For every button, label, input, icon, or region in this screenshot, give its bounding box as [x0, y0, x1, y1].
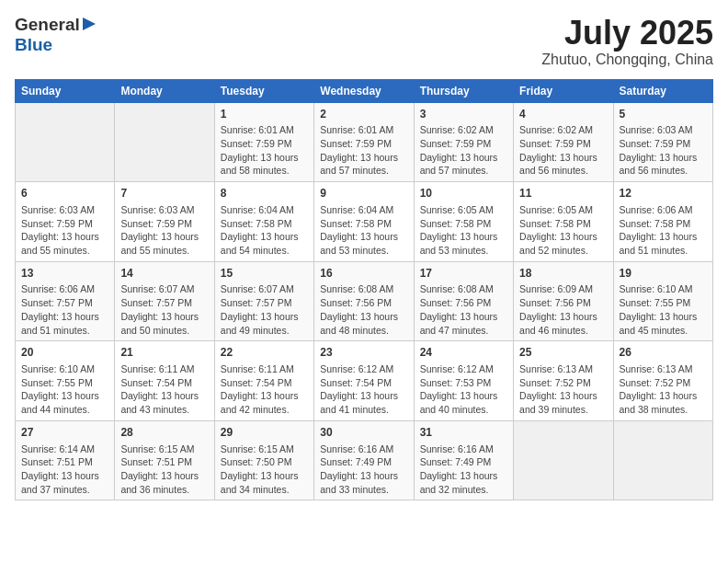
calendar-cell: 24Sunrise: 6:12 AM Sunset: 7:53 PM Dayli… — [414, 341, 513, 421]
month-title: July 2025 — [541, 15, 713, 52]
calendar-cell: 9Sunrise: 6:04 AM Sunset: 7:58 PM Daylig… — [314, 182, 414, 262]
calendar-cell: 19Sunrise: 6:10 AM Sunset: 7:55 PM Dayli… — [613, 261, 712, 341]
calendar-cell — [16, 102, 115, 182]
calendar-cell: 27Sunrise: 6:14 AM Sunset: 7:51 PM Dayli… — [16, 420, 115, 500]
day-info: Sunrise: 6:05 AM Sunset: 7:58 PM Dayligh… — [420, 203, 507, 258]
day-info: Sunrise: 6:01 AM Sunset: 7:59 PM Dayligh… — [221, 123, 308, 178]
day-number: 5 — [620, 107, 707, 122]
day-info: Sunrise: 6:11 AM Sunset: 7:54 PM Dayligh… — [120, 362, 208, 417]
day-number: 21 — [120, 345, 208, 361]
day-info: Sunrise: 6:16 AM Sunset: 7:49 PM Dayligh… — [420, 442, 507, 497]
day-info: Sunrise: 6:01 AM Sunset: 7:59 PM Dayligh… — [320, 123, 407, 178]
day-number: 11 — [519, 186, 607, 201]
day-info: Sunrise: 6:10 AM Sunset: 7:55 PM Dayligh… — [21, 362, 108, 417]
day-number: 19 — [620, 266, 707, 282]
day-info: Sunrise: 6:13 AM Sunset: 7:52 PM Dayligh… — [519, 362, 607, 417]
calendar-cell: 7Sunrise: 6:03 AM Sunset: 7:59 PM Daylig… — [115, 182, 214, 262]
calendar-week-2: 6Sunrise: 6:03 AM Sunset: 7:59 PM Daylig… — [16, 182, 713, 262]
calendar-cell: 8Sunrise: 6:04 AM Sunset: 7:58 PM Daylig… — [214, 182, 313, 262]
calendar-cell: 13Sunrise: 6:06 AM Sunset: 7:57 PM Dayli… — [16, 261, 115, 341]
calendar-table: Sunday Monday Tuesday Wednesday Thursday… — [15, 79, 713, 501]
day-info: Sunrise: 6:02 AM Sunset: 7:59 PM Dayligh… — [420, 123, 507, 178]
day-number: 7 — [120, 186, 208, 201]
day-number: 10 — [420, 186, 507, 201]
day-number: 23 — [320, 345, 407, 361]
calendar-cell: 1Sunrise: 6:01 AM Sunset: 7:59 PM Daylig… — [214, 102, 313, 182]
calendar-week-4: 20Sunrise: 6:10 AM Sunset: 7:55 PM Dayli… — [16, 341, 713, 421]
calendar-cell: 6Sunrise: 6:03 AM Sunset: 7:59 PM Daylig… — [16, 182, 115, 262]
day-number: 17 — [420, 266, 507, 282]
calendar-cell: 5Sunrise: 6:03 AM Sunset: 7:59 PM Daylig… — [613, 102, 712, 182]
col-monday: Monday — [115, 79, 214, 102]
day-info: Sunrise: 6:14 AM Sunset: 7:51 PM Dayligh… — [21, 442, 108, 497]
day-info: Sunrise: 6:05 AM Sunset: 7:58 PM Dayligh… — [519, 203, 607, 258]
calendar-header-row: Sunday Monday Tuesday Wednesday Thursday… — [16, 79, 713, 102]
calendar-cell: 16Sunrise: 6:08 AM Sunset: 7:56 PM Dayli… — [314, 261, 414, 341]
day-info: Sunrise: 6:16 AM Sunset: 7:49 PM Dayligh… — [320, 442, 407, 497]
logo-arrow-icon — [83, 17, 96, 34]
calendar-cell: 26Sunrise: 6:13 AM Sunset: 7:52 PM Dayli… — [613, 341, 712, 421]
day-number: 31 — [420, 425, 507, 441]
day-info: Sunrise: 6:13 AM Sunset: 7:52 PM Dayligh… — [620, 362, 707, 417]
day-info: Sunrise: 6:03 AM Sunset: 7:59 PM Dayligh… — [120, 203, 208, 258]
day-number: 28 — [120, 425, 208, 441]
svg-marker-0 — [83, 17, 96, 30]
calendar-cell: 20Sunrise: 6:10 AM Sunset: 7:55 PM Dayli… — [16, 341, 115, 421]
day-info: Sunrise: 6:12 AM Sunset: 7:53 PM Dayligh… — [420, 362, 507, 417]
day-info: Sunrise: 6:07 AM Sunset: 7:57 PM Dayligh… — [221, 282, 308, 337]
calendar-cell: 12Sunrise: 6:06 AM Sunset: 7:58 PM Dayli… — [613, 182, 712, 262]
col-saturday: Saturday — [613, 79, 712, 102]
calendar-cell: 29Sunrise: 6:15 AM Sunset: 7:50 PM Dayli… — [214, 420, 313, 500]
calendar-cell: 28Sunrise: 6:15 AM Sunset: 7:51 PM Dayli… — [115, 420, 214, 500]
calendar-week-5: 27Sunrise: 6:14 AM Sunset: 7:51 PM Dayli… — [16, 420, 713, 500]
page-header: General Blue July 2025 Zhutuo, Chongqing… — [15, 15, 713, 68]
calendar-cell: 23Sunrise: 6:12 AM Sunset: 7:54 PM Dayli… — [314, 341, 414, 421]
day-info: Sunrise: 6:03 AM Sunset: 7:59 PM Dayligh… — [21, 203, 108, 258]
location-title: Zhutuo, Chongqing, China — [541, 52, 713, 68]
col-sunday: Sunday — [16, 79, 115, 102]
calendar-cell: 30Sunrise: 6:16 AM Sunset: 7:49 PM Dayli… — [314, 420, 414, 500]
day-number: 30 — [320, 425, 407, 441]
day-number: 3 — [420, 107, 507, 122]
day-number: 2 — [320, 107, 407, 122]
day-number: 12 — [620, 186, 707, 201]
day-number: 15 — [221, 266, 308, 282]
day-number: 1 — [221, 107, 308, 122]
day-info: Sunrise: 6:06 AM Sunset: 7:57 PM Dayligh… — [21, 282, 108, 337]
day-info: Sunrise: 6:15 AM Sunset: 7:50 PM Dayligh… — [221, 442, 308, 497]
calendar-cell: 2Sunrise: 6:01 AM Sunset: 7:59 PM Daylig… — [314, 102, 414, 182]
day-info: Sunrise: 6:10 AM Sunset: 7:55 PM Dayligh… — [620, 282, 707, 337]
day-number: 14 — [120, 266, 208, 282]
calendar-cell — [613, 420, 712, 500]
calendar-cell: 31Sunrise: 6:16 AM Sunset: 7:49 PM Dayli… — [414, 420, 513, 500]
day-number: 18 — [519, 266, 607, 282]
calendar-cell: 22Sunrise: 6:11 AM Sunset: 7:54 PM Dayli… — [214, 341, 313, 421]
day-number: 29 — [221, 425, 308, 441]
day-number: 8 — [221, 186, 308, 201]
day-info: Sunrise: 6:03 AM Sunset: 7:59 PM Dayligh… — [620, 123, 707, 178]
calendar-cell: 18Sunrise: 6:09 AM Sunset: 7:56 PM Dayli… — [514, 261, 613, 341]
calendar-week-3: 13Sunrise: 6:06 AM Sunset: 7:57 PM Dayli… — [16, 261, 713, 341]
col-friday: Friday — [514, 79, 613, 102]
day-number: 26 — [620, 345, 707, 361]
col-tuesday: Tuesday — [214, 79, 313, 102]
logo-general-text: General — [15, 15, 80, 35]
calendar-cell — [514, 420, 613, 500]
calendar-cell: 17Sunrise: 6:08 AM Sunset: 7:56 PM Dayli… — [414, 261, 513, 341]
day-number: 22 — [221, 345, 308, 361]
logo: General Blue — [15, 15, 96, 55]
day-info: Sunrise: 6:04 AM Sunset: 7:58 PM Dayligh… — [221, 203, 308, 258]
day-info: Sunrise: 6:09 AM Sunset: 7:56 PM Dayligh… — [519, 282, 607, 337]
col-thursday: Thursday — [414, 79, 513, 102]
col-wednesday: Wednesday — [314, 79, 414, 102]
day-info: Sunrise: 6:04 AM Sunset: 7:58 PM Dayligh… — [320, 203, 407, 258]
calendar-cell: 15Sunrise: 6:07 AM Sunset: 7:57 PM Dayli… — [214, 261, 313, 341]
day-info: Sunrise: 6:06 AM Sunset: 7:58 PM Dayligh… — [620, 203, 707, 258]
day-number: 9 — [320, 186, 407, 201]
day-info: Sunrise: 6:07 AM Sunset: 7:57 PM Dayligh… — [120, 282, 208, 337]
day-number: 20 — [21, 345, 108, 361]
calendar-cell — [115, 102, 214, 182]
calendar-cell: 21Sunrise: 6:11 AM Sunset: 7:54 PM Dayli… — [115, 341, 214, 421]
day-number: 25 — [519, 345, 607, 361]
day-number: 6 — [21, 186, 108, 201]
